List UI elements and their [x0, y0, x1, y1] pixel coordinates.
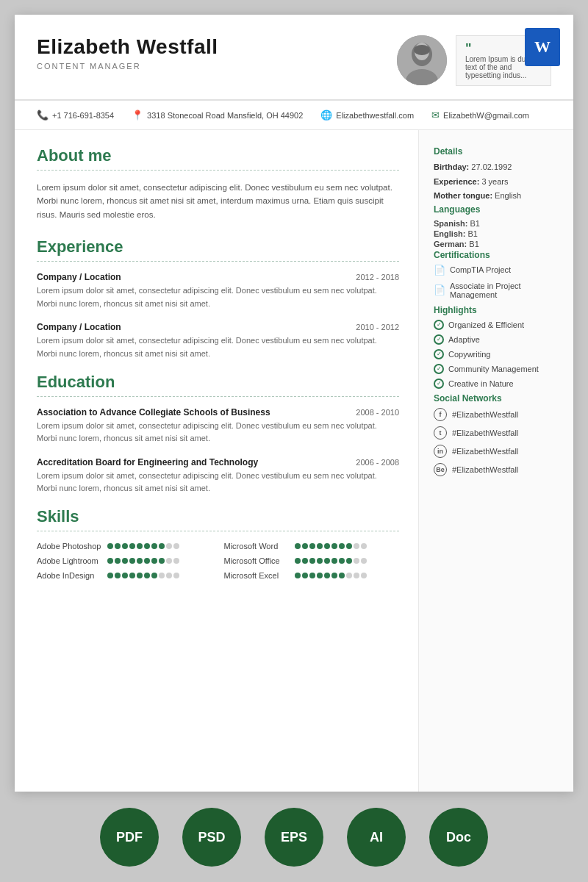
certification-row: 📄CompTIA Project [434, 265, 559, 276]
skill-dot [339, 543, 345, 549]
highlight-row: Adaptive [434, 334, 559, 345]
language-row: English: B1 [434, 229, 559, 238]
edu-header-1: Association to Advance Collegiate School… [37, 407, 399, 417]
lang-level: B1 [467, 229, 477, 238]
skill-row: Microsoft Word [224, 542, 400, 551]
cert-name: Associate in Project Management [450, 282, 559, 299]
skills-grid: Adobe PhotoshopMicrosoft WordAdobe Light… [37, 542, 399, 580]
highlights-section: Highlights Organized & EfficientAdaptive… [434, 305, 559, 389]
skill-dots [107, 543, 179, 549]
skill-dot [159, 558, 165, 564]
email-contact: ✉ ElizabethW@gmail.com [431, 110, 529, 121]
edu-entry-1: Association to Advance Collegiate School… [37, 407, 399, 445]
skill-dot [317, 573, 323, 578]
right-column: Details Birthday: 27.02.1992 Experience:… [419, 130, 573, 792]
education-divider [37, 396, 399, 397]
format-badge-psd[interactable]: PSD [182, 808, 241, 867]
social-row: t#ElizabethWestfall [434, 426, 559, 440]
avatar [397, 35, 447, 85]
format-badge-eps[interactable]: EPS [265, 808, 323, 867]
exp-desc-1: Lorem ipsum dolor sit amet, consectetur … [37, 284, 399, 310]
format-badge-pdf[interactable]: PDF [100, 808, 159, 867]
lang-level: B1 [469, 240, 478, 248]
skill-dot [361, 573, 367, 578]
skill-dot [144, 573, 150, 578]
skill-dot [159, 573, 165, 578]
format-badges: PDFPSDEPSAIDoc [100, 808, 488, 867]
job-title: CONTENT MANAGER [37, 62, 218, 71]
mother-tongue-value: English [495, 191, 521, 200]
globe-icon: 🌐 [320, 110, 332, 121]
about-title: About me [37, 146, 399, 165]
exp-company-1: Company / Location [37, 272, 121, 282]
edu-years-2: 2006 - 2008 [356, 458, 399, 467]
certifications-list: 📄CompTIA Project📄Associate in Project Ma… [434, 265, 559, 299]
skill-dot [137, 558, 143, 564]
skill-name: Microsoft Word [224, 542, 290, 551]
social-networks-title: Social Networks [434, 393, 559, 404]
skill-name: Microsoft Office [224, 556, 290, 565]
highlight-row: Community Management [434, 364, 559, 374]
exp-years-1: 2012 - 2018 [356, 273, 399, 282]
skill-dot [107, 573, 113, 578]
skill-dot [144, 543, 150, 549]
language-row: Spanish: B1 [434, 219, 559, 228]
social-handle: #ElizabethWestfall [452, 429, 518, 437]
check-circle-icon [434, 364, 444, 374]
skill-dots [107, 573, 179, 578]
skill-name: Microsoft Excel [224, 571, 290, 580]
social-handle: #ElizabethWestfall [452, 447, 518, 456]
cert-name: CompTIA Project [450, 265, 511, 274]
skills-section: Skills Adobe PhotoshopMicrosoft WordAdob… [37, 507, 399, 580]
format-badge-ai[interactable]: AI [347, 808, 406, 867]
social-icon: in [434, 445, 447, 458]
skill-dot [331, 558, 337, 564]
svg-point-4 [414, 45, 430, 55]
skill-dots [295, 558, 367, 564]
header-right: " Lorem Ipsum is dummy text of the and t… [397, 35, 551, 86]
highlights-list: Organized & EfficientAdaptiveCopywriting… [434, 320, 559, 389]
skill-dots [295, 573, 367, 578]
skill-dot [361, 543, 367, 549]
check-circle-icon [434, 320, 444, 330]
experience-divider [37, 261, 399, 262]
skill-dot [129, 543, 135, 549]
skill-row: Adobe Photoshop [37, 542, 212, 551]
website-contact: 🌐 Elizabethwestfall.com [320, 110, 414, 121]
education-title: Education [37, 373, 399, 392]
exp-header-1: Company / Location 2012 - 2018 [37, 272, 399, 282]
certifications-section: Certifications 📄CompTIA Project📄Associat… [434, 250, 559, 299]
skill-dot [166, 573, 172, 578]
edu-desc-1: Lorem ipsum dolor sit amet, consectetur … [37, 420, 399, 445]
skill-dot [354, 558, 359, 564]
skill-dot [346, 543, 352, 549]
format-badge-doc[interactable]: Doc [429, 808, 488, 867]
mother-tongue-label: Mother tongue: [434, 191, 492, 200]
skill-dot [331, 573, 337, 578]
edu-years-1: 2008 - 2010 [356, 408, 399, 417]
phone-icon: 📞 [37, 110, 49, 121]
left-column: About me Lorem ipsum dolor sit amet, con… [15, 130, 419, 792]
skill-dot [346, 573, 352, 578]
birthday-row: Birthday: 27.02.1992 [434, 161, 559, 173]
social-icon: f [434, 408, 447, 421]
resume-wrapper: Elizabeth Westfall CONTENT MANAGER " Lor… [15, 15, 573, 792]
lang-label: Spanish: [434, 219, 467, 228]
highlight-label: Community Management [448, 365, 539, 373]
skill-dot [137, 543, 143, 549]
social-networks-section: Social Networks f#ElizabethWestfallt#Eli… [434, 393, 559, 476]
edu-header-2: Accreditation Board for Engineering and … [37, 457, 399, 467]
highlight-label: Adaptive [448, 335, 480, 344]
social-icon: t [434, 426, 447, 440]
skill-row: Microsoft Excel [224, 571, 400, 580]
word-label: W [534, 37, 551, 57]
phone-text: +1 716-691-8354 [52, 111, 114, 120]
highlight-label: Organized & Efficient [448, 320, 524, 329]
address-contact: 📍 3318 Stonecoal Road Mansfield, OH 4490… [132, 110, 303, 121]
social-handle: #ElizabethWestfall [452, 410, 518, 419]
skill-dot [309, 573, 315, 578]
skill-dot [324, 558, 330, 564]
social-handle: #ElizabethWestfall [452, 465, 518, 474]
details-title: Details [434, 146, 559, 157]
skill-dot [166, 543, 172, 549]
